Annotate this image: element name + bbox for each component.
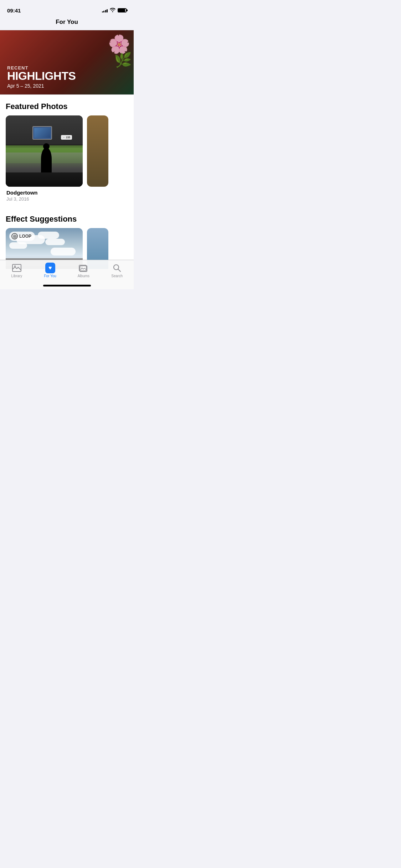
tab-albums[interactable]: Albums: [67, 263, 101, 278]
highlights-text-block: RECENT HIGHLIGHTS Apr 5 – 25, 2021: [7, 66, 76, 89]
highlights-title: HIGHLIGHTS: [7, 70, 76, 82]
loop-icon: [11, 233, 18, 239]
status-bar: 09:41: [0, 0, 134, 16]
cloud-3: [9, 242, 27, 249]
photo-card-partial-image: [87, 115, 108, 187]
photo-card-meta-dodgertown: Dodgertown Jul 3, 2016: [6, 187, 83, 202]
main-content[interactable]: RECENT HIGHLIGHTS Apr 5 – 25, 2021 Featu…: [0, 30, 134, 269]
albums-icon: [79, 264, 88, 272]
loop-label: LOOP: [19, 234, 31, 239]
home-indicator: [43, 285, 91, 286]
wifi-icon: [110, 8, 115, 13]
flower-decoration: [91, 30, 134, 94]
status-time: 09:41: [7, 7, 21, 14]
signal-bar-3: [105, 10, 106, 12]
for-you-icon-bg: ♥: [45, 263, 55, 273]
signal-bar-2: [103, 11, 104, 12]
page-title: For You: [56, 19, 78, 25]
cloud-5: [45, 239, 65, 245]
featured-photos-header: Featured Photos: [0, 95, 134, 115]
loop-badge: LOOP: [9, 232, 35, 241]
search-icon: [113, 264, 121, 272]
photo-card-image-dodgertown: ← 235: [6, 115, 83, 187]
effect-suggestions-title: Effect Suggestions: [6, 215, 77, 223]
highlights-banner[interactable]: RECENT HIGHLIGHTS Apr 5 – 25, 2021: [0, 30, 134, 94]
cloud-4: [51, 248, 76, 255]
photo-card-date-dodgertown: Jul 3, 2016: [6, 196, 82, 202]
tab-library-label: Library: [11, 274, 22, 278]
nav-title-bar: For You: [0, 16, 134, 30]
tab-bar: Library ♥ For You Albums Search: [0, 260, 134, 289]
featured-photos-title: Featured Photos: [6, 102, 68, 111]
section-sign: ← 235: [61, 135, 72, 140]
tv-screen: [32, 126, 52, 140]
signal-bars-icon: [102, 8, 108, 12]
signal-bar-4: [107, 9, 108, 12]
svg-line-5: [118, 269, 121, 272]
tab-albums-label: Albums: [78, 274, 89, 278]
library-icon-wrap: [12, 263, 22, 273]
search-icon-wrap: [112, 263, 122, 273]
for-you-icon-wrap: ♥: [45, 263, 55, 273]
albums-icon-wrap: [78, 263, 88, 273]
cloud-2: [38, 232, 59, 239]
library-icon: [12, 264, 21, 272]
tab-search-label: Search: [111, 274, 123, 278]
svg-point-1: [14, 265, 16, 267]
tab-library[interactable]: Library: [0, 263, 34, 278]
battery-fill: [118, 9, 125, 12]
photo-card-dodgertown[interactable]: ← 235 Dodgertown Jul 3, 2016: [6, 115, 83, 202]
for-you-icon: ♥: [48, 265, 52, 271]
photo-card-title-dodgertown: Dodgertown: [6, 190, 82, 196]
stadium-photo: ← 235: [6, 115, 83, 187]
status-icons: [102, 8, 127, 13]
tab-for-you-label: For You: [44, 274, 56, 278]
tab-search[interactable]: Search: [100, 263, 134, 278]
photo-card-partial[interactable]: [87, 115, 108, 202]
stadium-floor: [6, 172, 83, 187]
highlights-date: Apr 5 – 25, 2021: [7, 83, 76, 89]
battery-icon: [118, 8, 127, 12]
person-silhouette: [41, 148, 52, 176]
effect-suggestions-header: Effect Suggestions: [0, 207, 134, 228]
tab-for-you[interactable]: ♥ For You: [34, 263, 67, 278]
signal-bar-1: [102, 11, 103, 12]
featured-photos-scroll[interactable]: ← 235 Dodgertown Jul 3, 2016: [0, 115, 134, 207]
